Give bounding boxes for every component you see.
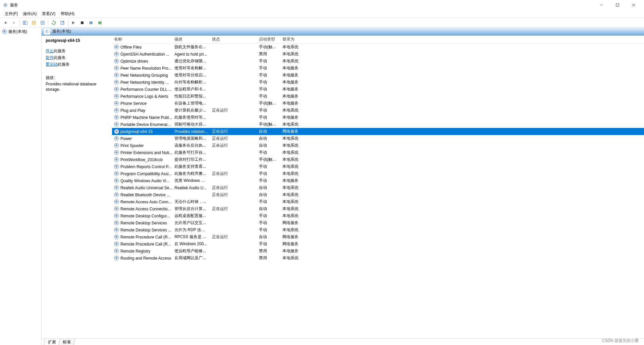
service-icon	[114, 178, 119, 183]
service-row[interactable]: postgresql-x64-15Provides relation...正在运…	[112, 128, 644, 135]
service-desc: 脱机文件服务在...	[172, 44, 210, 50]
service-row[interactable]: Remote Access Auto Conn...无论什么时候，...手动本地…	[112, 198, 644, 205]
col-start[interactable]: 启动类型	[257, 37, 280, 42]
restart-service-button[interactable]	[96, 19, 104, 27]
service-row[interactable]: Performance Logs & Alerts性能日志和警报...手动本地服…	[112, 93, 644, 100]
service-name: Problem Reports Control P...	[120, 164, 171, 169]
export-list-button[interactable]	[39, 19, 47, 27]
service-row[interactable]: Power管理电源策略和...正在运行自动本地系统	[112, 135, 644, 142]
service-row[interactable]: PrintWorkflow_2018ccb提供对打印工作...手动(触发...本…	[112, 156, 644, 163]
tab-extended[interactable]: 扩展	[44, 339, 61, 345]
service-row[interactable]: Problem Reports Control P...此服务支持查看...手动…	[112, 163, 644, 170]
col-status[interactable]: 状态	[210, 37, 257, 42]
pause-link[interactable]: 暂停	[46, 55, 54, 60]
menu-file[interactable]: 文件(F)	[2, 10, 20, 17]
toolbar: ?	[0, 18, 644, 27]
service-logon: 网络服务	[280, 220, 309, 226]
service-row[interactable]: Remote Procedure Call (R...RPCSS 服务是 C..…	[112, 233, 644, 240]
svg-rect-16	[81, 21, 84, 24]
menu-action[interactable]: 操作(A)	[20, 10, 39, 17]
service-desc: 使计算机在极少...	[172, 108, 210, 113]
service-icon	[114, 234, 119, 239]
service-start: 手动	[257, 58, 280, 64]
service-desc: 通过优化存储驱...	[172, 58, 210, 64]
back-icon[interactable]	[44, 28, 50, 35]
service-row[interactable]: Plug and Play使计算机在极少...正在运行手动本地系统	[112, 107, 644, 114]
view-tabs: 扩展 标准	[42, 338, 644, 345]
service-row[interactable]: Portable Device Enumerat...强制可移动大容...手动(…	[112, 121, 644, 128]
maximize-button[interactable]	[610, 0, 625, 10]
help-button[interactable]: ?	[58, 19, 66, 27]
service-desc: 使用对等分组启...	[172, 72, 210, 78]
service-row[interactable]: Remote Access Connectio...管理从这台计算...正在运行…	[112, 205, 644, 212]
desc-heading: 描述:	[46, 75, 108, 81]
service-icon	[114, 192, 119, 197]
service-row[interactable]: Peer Networking Grouping使用对等分组启...手动本地服务	[112, 72, 644, 79]
service-row[interactable]: Remote Registry使远程用户能修...禁用本地服务	[112, 248, 644, 255]
service-icon	[114, 164, 119, 169]
service-desc: 使远程用户和 64 ...	[172, 86, 210, 92]
close-button[interactable]	[626, 0, 641, 10]
menu-help[interactable]: 帮助(H)	[58, 10, 77, 17]
service-row[interactable]: Realtek Audio Universal Se...Realtek Aud…	[112, 184, 644, 191]
service-logon: 本地服务	[280, 100, 309, 106]
service-row[interactable]: Peer Name Resolution Pro...使用对等名称解...手动本…	[112, 65, 644, 72]
service-icon	[114, 108, 119, 113]
service-row[interactable]: Peer Networking Identity ...向对等名称解析...手动…	[112, 79, 644, 86]
stop-link[interactable]: 停止	[46, 49, 54, 53]
service-row[interactable]: OpenSSH Authentication ...Agent to hold …	[112, 51, 644, 58]
service-start: 手动	[257, 171, 280, 177]
service-row[interactable]: Printer Extensions and Noti...此服务可打开自...…	[112, 149, 644, 156]
detail-pane: postgresql-x64-15 停止此服务 暂停此服务 重启动此服务 描述:…	[42, 36, 112, 338]
col-name[interactable]: 名称	[112, 37, 172, 42]
service-desc: 在 Windows 200...	[172, 241, 210, 247]
properties-button[interactable]	[30, 19, 38, 27]
service-row[interactable]: Offline Files脱机文件服务在...手动(触发...本地系统	[112, 44, 644, 51]
nav-back-button[interactable]	[1, 19, 9, 27]
service-start: 自动	[257, 234, 280, 240]
minimize-button[interactable]	[594, 0, 609, 10]
refresh-button[interactable]	[50, 19, 58, 27]
service-row[interactable]: PNRP Machine Name Publ...此服务使用对等...手动本地服…	[112, 114, 644, 121]
service-row[interactable]: Optimize drives通过优化存储驱...手动本地系统	[112, 58, 644, 65]
col-logon[interactable]: 登录为	[280, 37, 309, 42]
tree-item-label: 服务(本地)	[8, 29, 27, 34]
toolbar-sep	[19, 20, 20, 26]
tree-item-local[interactable]: 服务(本地)	[1, 28, 41, 35]
service-desc: 此服务为程序兼...	[172, 171, 210, 177]
app-icon	[3, 2, 8, 8]
service-start: 自动	[257, 206, 280, 212]
hide-console-tree-button[interactable]	[21, 19, 29, 27]
service-row[interactable]: Realtek Bluetooth Device ...正在运行自动本地系统	[112, 191, 644, 198]
service-name: Realtek Bluetooth Device ...	[120, 193, 170, 197]
service-logon: 本地服务	[280, 79, 309, 85]
service-name: Program Compatibility Assi...	[120, 171, 172, 176]
service-row[interactable]: Remote Procedure Call (R...在 Windows 200…	[112, 240, 644, 248]
service-row[interactable]: Routing and Remote Access在局域网以及广...禁用本地系…	[112, 255, 644, 262]
service-row[interactable]: Program Compatibility Assi...此服务为程序兼...正…	[112, 170, 644, 177]
nav-forward-button[interactable]	[10, 19, 18, 27]
service-start: 手动	[257, 227, 280, 233]
toolbar-sep	[68, 20, 68, 26]
pause-service-button[interactable]	[87, 19, 95, 27]
service-row[interactable]: Remote Desktop Services允许用户以交互...手动网络服务	[112, 219, 644, 226]
service-logon: 本地系统	[280, 122, 309, 127]
service-logon: 本地服务	[280, 65, 309, 71]
service-row[interactable]: Performance Counter DLL ...使远程用户和 64 ...…	[112, 86, 644, 93]
service-row[interactable]: Remote Desktop Services ...允许为 RDP 连接...…	[112, 226, 644, 233]
stop-service-button[interactable]	[78, 19, 86, 27]
restart-link[interactable]: 重启动	[46, 62, 58, 67]
service-name: Peer Networking Grouping	[120, 73, 168, 78]
col-desc[interactable]: 描述	[172, 37, 210, 42]
service-row[interactable]: Quality Windows Audio Vi...优质 Windows 音.…	[112, 177, 644, 184]
service-row[interactable]: Phone Service在设备上管理电...手动(触发...本地服务	[112, 100, 644, 107]
service-desc: 使用对等名称解...	[172, 65, 210, 71]
service-logon: 本地系统	[280, 255, 309, 261]
tab-standard[interactable]: 标准	[58, 339, 75, 345]
start-service-button[interactable]	[69, 19, 77, 27]
service-row[interactable]: Remote Desktop Configur...远程桌面配置服...手动本地…	[112, 212, 644, 219]
pause-suffix: 此服务	[54, 55, 66, 60]
service-start: 自动	[257, 143, 280, 148]
service-row[interactable]: Print Spooler该服务在后台执...正在运行自动本地系统	[112, 142, 644, 149]
menu-view[interactable]: 查看(V)	[39, 10, 58, 17]
